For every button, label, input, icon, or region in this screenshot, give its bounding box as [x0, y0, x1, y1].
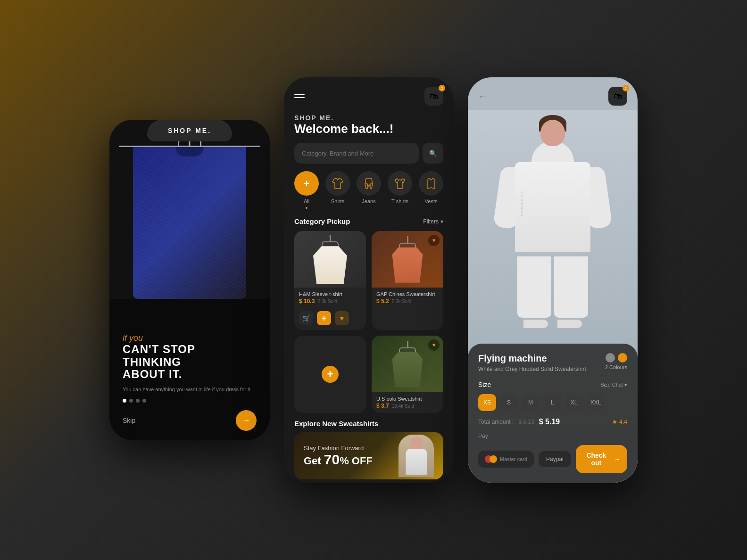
colours-section: 2 Colours: [605, 353, 627, 370]
cat-shirts-label: Shirts: [331, 198, 344, 204]
colour-orange[interactable]: [618, 353, 627, 362]
search-bar: 🔍: [284, 143, 454, 171]
mc-orange-circle: [490, 455, 497, 463]
add-product-button[interactable]: +: [322, 366, 339, 383]
back-arrow-icon: ←: [478, 91, 488, 101]
main-heading-line1: CAN'T STOP THINKING: [123, 343, 257, 368]
pants-container: [517, 256, 588, 318]
colour-grey[interactable]: [606, 353, 615, 362]
add-to-cart-hm[interactable]: 🛒: [299, 311, 313, 325]
product-info-gap: GAP Chines Sweatershirt $ 5.2 5.2k Sold: [372, 288, 443, 308]
search-input[interactable]: [294, 143, 419, 164]
size-s[interactable]: S: [500, 394, 518, 411]
italic-tagline: if you: [123, 333, 257, 343]
heart-gap[interactable]: ♥: [428, 235, 440, 246]
cart-button-p3[interactable]: 🛍 1: [608, 87, 627, 106]
model-face: [540, 120, 565, 146]
rating-value: 4.4: [619, 419, 627, 425]
italic-text: if you: [123, 333, 143, 343]
phone1-content: if you CAN'T STOP THINKING ABOUT IT. You…: [109, 299, 270, 440]
phone-onboarding: SHOP ME. if you CAN'T STOP THINKING ABOU…: [109, 120, 270, 440]
category-tshirts[interactable]: T-shirts: [388, 171, 412, 209]
top-bar: 🛍 2: [284, 77, 454, 110]
cart-button[interactable]: 🛍 2: [424, 87, 443, 106]
jeans-icon: [363, 177, 375, 189]
product-name-polo: U.S polo Sweatshirt: [376, 396, 439, 402]
shop-me-title-p1: SHOP ME.: [168, 127, 211, 134]
total-amount-row: Total amount : $ 6.13 $ 5.19 ★ 4.4: [478, 418, 627, 426]
plus-hm[interactable]: +: [317, 311, 331, 325]
price-hm: $ 10.3: [299, 298, 315, 305]
right-shoe: [557, 320, 582, 328]
mastercard-button[interactable]: Master card: [478, 451, 534, 468]
category-jeans[interactable]: Jeans: [357, 171, 381, 209]
hanger-wire-gap: [407, 236, 408, 243]
product-img-poncho: [294, 231, 366, 288]
checkout-label: Check out: [582, 452, 610, 467]
category-shirts[interactable]: Shirts: [325, 171, 350, 209]
size-xl[interactable]: XL: [565, 394, 583, 411]
paypal-button[interactable]: Paypal: [539, 451, 571, 467]
model-display: SUMMERY: [510, 115, 595, 328]
payment-options-row: Master card Paypal Check out →: [478, 445, 627, 473]
price-old: $ 6.13: [518, 419, 534, 425]
hamburger-line-2: [294, 97, 305, 98]
size-xxl[interactable]: XXL: [587, 394, 605, 411]
product-image-area: [109, 120, 270, 299]
price-new: $ 5.19: [539, 418, 560, 426]
product-card-add[interactable]: +: [294, 336, 366, 413]
cat-all-label: All: [304, 198, 309, 204]
sweater-texture: [133, 147, 246, 299]
price-row-hm: $ 10.3 2.3k Sold: [299, 298, 361, 305]
hamburger-menu[interactable]: [294, 94, 305, 98]
pagination-dots: [123, 399, 257, 403]
product-description: White and Grey Hooded Solid Sweatershirt: [478, 366, 586, 372]
size-m[interactable]: M: [522, 394, 540, 411]
back-button[interactable]: ←: [478, 91, 488, 102]
product-card-hm: H&M Sleeve t-shirt $ 10.3 2.3k Sold 🛒 + …: [294, 231, 366, 330]
brand-info: Flying machine White and Grey Hooded Sol…: [478, 353, 586, 379]
shirts-icon: [332, 177, 344, 189]
arrow-checkout-icon: →: [614, 455, 621, 463]
poncho-visual: [313, 235, 347, 284]
get-label: Get: [304, 455, 321, 467]
category-vests[interactable]: Vests: [419, 171, 443, 209]
explore-title: Explore New Sweatshirts: [294, 420, 443, 428]
cat-vests-label: Vests: [425, 198, 438, 204]
size-chat-link[interactable]: Size Chat ▾: [600, 382, 627, 388]
product-info-card: Flying machine White and Grey Hooded Sol…: [468, 344, 638, 483]
size-l[interactable]: L: [543, 394, 561, 411]
cat-tshirts-label: T-shirts: [391, 198, 408, 204]
checkout-button[interactable]: Check out →: [576, 445, 627, 473]
category-all[interactable]: + All: [294, 171, 319, 209]
promo-banner[interactable]: Stay Fashion Forward Get 70 % OFF: [294, 432, 443, 479]
search-button[interactable]: 🔍: [423, 143, 443, 164]
price-polo: $ 3.7: [376, 403, 389, 409]
pay-label: Pay: [478, 433, 627, 439]
vests-icon: [425, 177, 437, 189]
favourite-hm[interactable]: ♥: [335, 311, 349, 325]
mastercard-label: Master card: [500, 456, 527, 462]
total-label: Total amount :: [478, 419, 514, 425]
filter-button[interactable]: Filters ▾: [423, 218, 443, 225]
search-icon: 🔍: [429, 150, 437, 157]
poncho-shape: [313, 246, 347, 284]
next-button[interactable]: →: [236, 410, 257, 431]
mastercard-logo: [485, 455, 497, 463]
skip-button[interactable]: Skip: [123, 417, 135, 424]
product-img-gap: ♥: [372, 231, 443, 288]
add-icon: +: [304, 178, 309, 189]
heart-polo[interactable]: ♥: [428, 339, 440, 351]
hanger-wire: [330, 235, 331, 241]
add-category-circle: +: [294, 171, 319, 196]
gap-visual: [392, 236, 423, 283]
size-xs[interactable]: XS: [478, 394, 496, 411]
model-head-container: [539, 115, 567, 148]
phone-detail: ← 🛍 1 SUMMERY: [468, 77, 638, 483]
sub-description: You can have anything you want in life i…: [123, 386, 257, 394]
greeting-section: SHOP ME. Welcome back...!: [284, 110, 454, 143]
shop-me-label: SHOP ME.: [294, 114, 443, 122]
brand-name: Flying machine: [478, 353, 586, 364]
hoodie-main-body: SUMMERY: [515, 162, 590, 252]
left-shoe: [523, 320, 548, 328]
